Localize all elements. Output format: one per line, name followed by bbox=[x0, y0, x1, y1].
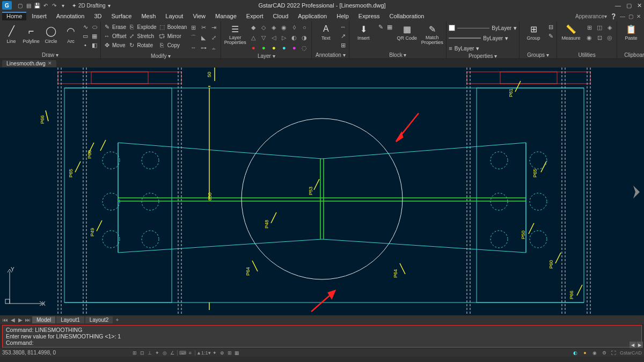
leader-icon[interactable]: ↗ bbox=[339, 32, 347, 40]
doc-close-icon[interactable]: ✕ bbox=[636, 13, 641, 19]
arc-tool[interactable]: ◠Arc bbox=[62, 23, 80, 44]
insert-block-tool[interactable]: ⬇Insert bbox=[352, 23, 375, 41]
text-tool[interactable]: AText bbox=[314, 23, 338, 41]
boolean-tool[interactable]: ⬚Boolean bbox=[158, 23, 187, 31]
maximize-viewport-icon[interactable]: ⛶ bbox=[610, 350, 618, 356]
table-icon[interactable]: ⊞ bbox=[339, 41, 347, 49]
doc-minimize-icon[interactable]: — bbox=[620, 13, 625, 19]
color-selector[interactable]: ByLayer▾ bbox=[449, 24, 517, 32]
qr-code-tool[interactable]: ▦QR Code bbox=[395, 23, 419, 41]
paste-tool[interactable]: 📋Paste bbox=[619, 23, 643, 41]
join-icon[interactable]: ⊶ bbox=[199, 43, 208, 53]
ungroup-icon[interactable]: ⊟ bbox=[547, 23, 554, 31]
point-icon[interactable]: • bbox=[82, 41, 89, 49]
match-properties-tool[interactable]: ✎Match Properties bbox=[420, 23, 444, 45]
app-logo[interactable]: G bbox=[2, 1, 12, 10]
trim-icon[interactable]: ✂ bbox=[199, 23, 208, 32]
annoscale-icon[interactable]: ✦ bbox=[211, 350, 218, 356]
osnap-toggle[interactable]: ◎ bbox=[161, 350, 169, 356]
menu-cloud[interactable]: Cloud bbox=[269, 12, 293, 20]
group-tool[interactable]: ⊞Group bbox=[522, 23, 545, 41]
cmd-scroll-left[interactable]: ◀ bbox=[630, 342, 636, 348]
close-tab-icon[interactable]: ✕ bbox=[48, 61, 52, 66]
chamfer-icon[interactable]: ◣ bbox=[199, 33, 208, 42]
open-icon[interactable]: ▤ bbox=[25, 2, 32, 9]
linetype-selector[interactable]: ≡ByLayer▾ bbox=[449, 44, 517, 53]
layer-icon[interactable]: ◆ bbox=[248, 23, 258, 32]
group-edit-icon[interactable]: ✎ bbox=[547, 32, 554, 40]
prev-tab-button[interactable]: ◀ bbox=[10, 317, 16, 323]
layout-tab-model[interactable]: Model bbox=[32, 316, 55, 323]
align-icon[interactable]: ⫠ bbox=[209, 43, 218, 53]
snap-toggle[interactable]: ⊞ bbox=[131, 350, 138, 356]
copy-tool[interactable]: ⎘Copy bbox=[158, 41, 187, 49]
menu-annotation[interactable]: Annotation bbox=[52, 12, 89, 20]
attribute-icon[interactable]: ✎ bbox=[377, 23, 384, 31]
doc-restore-icon[interactable]: ▢ bbox=[628, 13, 633, 19]
last-tab-button[interactable]: ⏭ bbox=[25, 317, 31, 323]
region-icon[interactable]: ◧ bbox=[91, 41, 98, 49]
menu-surface[interactable]: Surface bbox=[107, 12, 136, 20]
explode-tool[interactable]: ⎘Explode bbox=[128, 23, 157, 31]
layer-properties-tool[interactable]: ☰Layer Properties bbox=[223, 23, 247, 45]
line-tool[interactable]: ╱Line bbox=[2, 23, 20, 44]
lineweight-selector[interactable]: ByLayer▾ bbox=[449, 34, 517, 42]
block-icon[interactable]: ▦ bbox=[386, 23, 393, 31]
stretch-tool[interactable]: ⤢Stretch bbox=[128, 32, 157, 40]
hatch-icon[interactable]: ▦ bbox=[91, 32, 98, 40]
first-tab-button[interactable]: ⏮ bbox=[2, 317, 9, 323]
dyn-input-toggle[interactable]: ⌨ bbox=[179, 350, 186, 356]
menu-collaboration[interactable]: Collaboration bbox=[385, 12, 429, 20]
drawing-canvas[interactable]: 50 650 P66 P60 P65 P49 P48 P53 P64 P64 P… bbox=[0, 68, 644, 315]
lineweight-toggle[interactable]: ≡ bbox=[186, 350, 194, 356]
layout-tab-layout1[interactable]: Layout1 bbox=[56, 316, 84, 323]
workspace-selector[interactable]: ✦2D Drafting▾ bbox=[72, 3, 111, 9]
panel-label-layer[interactable]: Layer ▾ bbox=[223, 53, 309, 60]
ellipse-icon[interactable]: ⬭ bbox=[91, 23, 98, 31]
rect-icon[interactable]: ▭ bbox=[82, 32, 89, 40]
rotate-tool[interactable]: ↻Rotate bbox=[128, 41, 157, 49]
help-icon[interactable]: ❔ bbox=[610, 13, 617, 19]
close-button[interactable]: ✕ bbox=[637, 2, 642, 9]
cmd-scroll-right[interactable]: ▶ bbox=[636, 342, 643, 348]
file-tab[interactable]: Linesmooth.dwg✕ bbox=[2, 60, 56, 67]
menu-dropdown-icon[interactable]: ▾ bbox=[59, 2, 67, 9]
mirror-tool[interactable]: ⮔Mirror bbox=[158, 32, 187, 40]
grid-toggle[interactable]: ⊡ bbox=[138, 350, 146, 356]
menu-view[interactable]: View bbox=[188, 12, 210, 20]
minimize-button[interactable]: — bbox=[615, 2, 621, 9]
extend-icon[interactable]: ⇥ bbox=[209, 23, 218, 32]
command-prompt[interactable]: Command: bbox=[6, 339, 638, 346]
layout-tab-layout2[interactable]: Layout2 bbox=[85, 316, 113, 323]
menu-home[interactable]: Home bbox=[2, 12, 26, 20]
undo-icon[interactable]: ↶ bbox=[42, 2, 49, 9]
panel-label-draw[interactable]: Draw ▾ bbox=[2, 51, 98, 58]
menu-insert[interactable]: Insert bbox=[27, 12, 51, 20]
command-window[interactable]: Command: LINESMOOTHING Enter new value f… bbox=[2, 325, 642, 348]
spline-icon[interactable]: ∿ bbox=[82, 23, 89, 31]
next-tab-button[interactable]: ▶ bbox=[17, 317, 24, 323]
circle-tool[interactable]: ◯Circle bbox=[42, 23, 60, 44]
menu-application[interactable]: Application bbox=[294, 12, 331, 20]
scale-display[interactable]: ▲1:1▾ bbox=[196, 350, 210, 356]
otrack-toggle[interactable]: ∠ bbox=[169, 350, 176, 356]
break-icon[interactable]: ╌ bbox=[188, 43, 198, 53]
add-layout-button[interactable]: + bbox=[114, 317, 120, 323]
polar-toggle[interactable]: ✦ bbox=[153, 350, 161, 356]
save-icon[interactable]: 💾 bbox=[33, 2, 41, 9]
measure-tool[interactable]: 📏Measure bbox=[559, 23, 583, 41]
panel-label-block[interactable]: Block ▾ bbox=[352, 51, 444, 58]
scale-icon[interactable]: ⤢ bbox=[209, 33, 218, 42]
offset-tool[interactable]: ↔Offset bbox=[103, 32, 127, 40]
menu-3d[interactable]: 3D bbox=[90, 12, 106, 20]
panel-label-modify[interactable]: Modify ▾ bbox=[103, 53, 218, 60]
panel-label-properties[interactable]: Properties ▾ bbox=[449, 53, 517, 60]
array-icon[interactable]: ⊞ bbox=[188, 23, 198, 32]
panel-label-groups[interactable]: Groups ▾ bbox=[522, 51, 554, 58]
calc-icon[interactable]: ⊞ bbox=[584, 23, 594, 32]
fillet-icon[interactable]: ⌒ bbox=[188, 33, 198, 42]
panel-label-annotation[interactable]: Annotation ▾ bbox=[314, 51, 347, 58]
move-tool[interactable]: ✥Move bbox=[103, 41, 127, 49]
menu-express[interactable]: Express bbox=[354, 12, 384, 20]
menu-help[interactable]: Help bbox=[332, 12, 353, 20]
